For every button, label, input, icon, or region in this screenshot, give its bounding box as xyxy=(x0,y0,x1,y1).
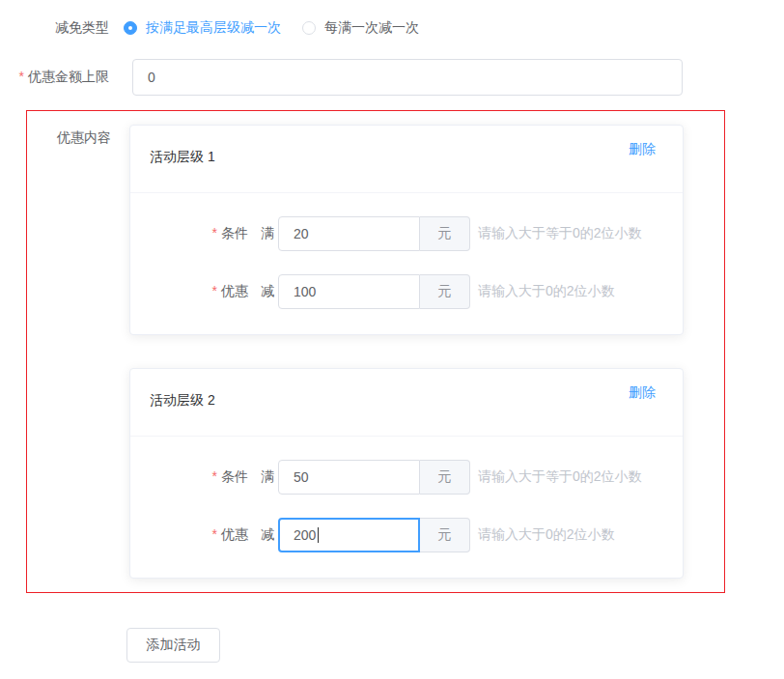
condition-row: *条件 满 元 请输入大于等于0的2位小数 xyxy=(130,216,683,251)
tier-card-header: 活动层级 1 删除 xyxy=(130,126,683,193)
condition-word: 满 xyxy=(261,468,274,486)
input-hint: 请输入大于0的2位小数 xyxy=(478,283,615,300)
discount-label: *优惠 xyxy=(130,283,248,300)
reduction-type-row: 减免类型 按满足最高层级减一次 每满一次减一次 xyxy=(0,14,784,42)
discount-input-group-focused: 元 xyxy=(278,518,470,552)
discount-content-label: 优惠内容 xyxy=(27,125,129,147)
tier-card-body: *条件 满 元 请输入大于等于0的2位小数 *优惠 减 元 xyxy=(130,193,683,334)
condition-label-text: 条件 xyxy=(221,468,248,484)
input-hint: 请输入大于等于0的2位小数 xyxy=(478,225,642,242)
radio-option-label[interactable]: 按满足最高层级减一次 xyxy=(146,19,281,37)
input-hint: 请输入大于0的2位小数 xyxy=(478,526,615,544)
required-asterisk: * xyxy=(19,69,24,84)
tier-card-header: 活动层级 2 删除 xyxy=(130,369,683,437)
unit-append: 元 xyxy=(420,460,470,495)
condition-input-group: 元 xyxy=(278,460,470,495)
discount-cap-content xyxy=(132,59,683,96)
unit-append: 元 xyxy=(420,518,470,552)
discount-cap-input[interactable] xyxy=(132,59,683,96)
unit-append: 元 xyxy=(420,216,470,251)
required-asterisk: * xyxy=(212,468,217,484)
required-asterisk: * xyxy=(212,526,217,542)
radio-option-label[interactable]: 每满一次减一次 xyxy=(324,19,419,37)
discount-word: 减 xyxy=(261,283,274,300)
tier-card-1: 活动层级 1 删除 *条件 满 元 请输入大于等于0的2位小数 *优惠 xyxy=(129,125,684,335)
reduction-type-radio-group: 按满足最高层级减一次 每满一次减一次 xyxy=(124,14,419,42)
discount-cap-label-text: 优惠金额上限 xyxy=(28,69,109,84)
condition-label: *条件 xyxy=(130,225,248,242)
condition-label: *条件 xyxy=(130,468,248,486)
tier-card-body: *条件 满 元 请输入大于等于0的2位小数 *优惠 减 xyxy=(130,437,683,578)
discount-input-group: 元 xyxy=(278,274,470,309)
condition-label-text: 条件 xyxy=(221,225,248,240)
input-hint: 请输入大于等于0的2位小数 xyxy=(478,468,642,486)
add-activity-button[interactable]: 添加活动 xyxy=(126,628,220,663)
delete-link[interactable]: 删除 xyxy=(629,141,656,158)
reduction-type-content: 按满足最高层级减一次 每满一次减一次 xyxy=(132,14,419,42)
unit-append: 元 xyxy=(420,274,470,309)
required-asterisk: * xyxy=(212,283,217,298)
text-cursor xyxy=(318,527,319,543)
condition-input[interactable] xyxy=(278,216,420,251)
discount-cap-row: *优惠金额上限 xyxy=(0,59,784,96)
discount-input[interactable] xyxy=(278,274,420,309)
tier-title: 活动层级 1 xyxy=(150,149,215,166)
condition-input[interactable] xyxy=(278,460,420,495)
radio-selected-icon[interactable] xyxy=(124,21,137,35)
condition-input-group: 元 xyxy=(278,216,470,251)
required-asterisk: * xyxy=(212,225,217,240)
discount-row: *优惠 减 元 请输入大于0的2位小数 xyxy=(130,274,683,309)
tier-card-2: 活动层级 2 删除 *条件 满 元 请输入大于等于0的2位小数 *优惠 xyxy=(129,368,684,579)
radio-option-every-time[interactable]: 每满一次减一次 xyxy=(302,19,419,37)
condition-row: *条件 满 元 请输入大于等于0的2位小数 xyxy=(130,460,683,495)
tier-cards: 活动层级 1 删除 *条件 满 元 请输入大于等于0的2位小数 *优惠 xyxy=(129,125,684,579)
discount-input-focused[interactable] xyxy=(278,518,420,552)
discount-content-error-box: 优惠内容 活动层级 1 删除 *条件 满 元 请输入大于等于0 xyxy=(26,110,725,593)
discount-cap-label: *优惠金额上限 xyxy=(0,69,121,86)
promotion-form: 减免类型 按满足最高层级减一次 每满一次减一次 *优惠金额上限 优惠内容 xyxy=(0,0,784,663)
discount-row: *优惠 减 元 请输入大于0的2位小数 xyxy=(130,518,683,552)
discount-label-text: 优惠 xyxy=(221,526,248,542)
radio-option-highest-tier[interactable]: 按满足最高层级减一次 xyxy=(124,19,281,37)
delete-link[interactable]: 删除 xyxy=(629,384,656,402)
discount-label: *优惠 xyxy=(130,526,248,544)
discount-word: 减 xyxy=(261,526,274,544)
discount-label-text: 优惠 xyxy=(221,283,248,298)
radio-unselected-icon[interactable] xyxy=(302,21,316,35)
condition-word: 满 xyxy=(261,225,274,242)
reduction-type-label: 减免类型 xyxy=(0,19,121,37)
tier-title: 活动层级 2 xyxy=(150,392,215,410)
